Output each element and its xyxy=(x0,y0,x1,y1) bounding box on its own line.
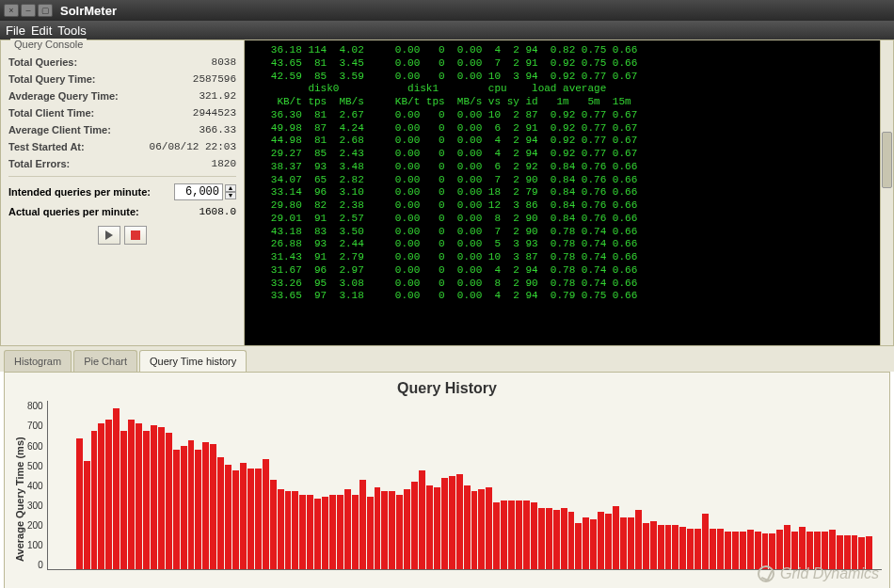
chart-bar xyxy=(441,478,448,569)
chart-bar xyxy=(419,470,425,569)
chart-bar xyxy=(98,423,104,569)
grid-dynamics-logo-icon xyxy=(758,565,774,582)
stat-row: Average Client Time:366.33 xyxy=(8,121,236,138)
footer-brand: Grid Dynamics xyxy=(758,565,879,582)
chart-bar xyxy=(471,491,478,570)
stop-button[interactable] xyxy=(124,226,147,245)
chart-bar xyxy=(151,425,157,569)
chart-bar xyxy=(158,427,165,569)
chart-bar xyxy=(590,519,597,570)
intended-qpm-input[interactable] xyxy=(174,183,223,200)
chart-bar xyxy=(814,532,821,569)
panel-legend: Query Console xyxy=(10,39,87,50)
chart-bar xyxy=(84,461,90,569)
spinner-up-icon[interactable]: ▲ xyxy=(225,184,236,192)
window-close-button[interactable]: × xyxy=(4,4,19,17)
y-tick: 400 xyxy=(27,481,43,491)
chart-bar xyxy=(247,469,254,569)
chart-bar xyxy=(225,465,231,569)
chart-plot xyxy=(47,401,882,570)
stat-value: 1820 xyxy=(212,158,236,169)
chart-bar xyxy=(516,501,522,570)
menu-file[interactable]: File xyxy=(6,24,25,38)
chart-bar xyxy=(232,470,239,569)
chart-bar xyxy=(404,489,410,570)
chart-bar xyxy=(493,502,500,570)
chart-bar xyxy=(263,459,269,569)
y-tick: 600 xyxy=(27,441,43,452)
tab-bar: Histogram Pie Chart Query Time history xyxy=(0,346,894,372)
chart-bar xyxy=(561,508,567,570)
chart-bar xyxy=(531,502,537,570)
scrollbar-thumb[interactable] xyxy=(882,132,892,188)
chart-bar xyxy=(329,495,336,570)
chart-bar xyxy=(501,501,507,570)
chart-bar xyxy=(702,514,709,570)
y-tick: 500 xyxy=(27,461,43,471)
chart-panel: Query History Average Query Time (ms) 80… xyxy=(4,372,890,588)
intended-qpm-label: Intended queries per minute: xyxy=(8,186,151,198)
chart-bar xyxy=(575,523,582,570)
chart-bar xyxy=(665,525,672,570)
intended-qpm-spinner[interactable]: ▲ ▼ xyxy=(174,183,236,200)
stat-value: 8038 xyxy=(212,56,236,68)
chart-bar xyxy=(620,517,627,570)
chart-bar xyxy=(747,530,754,569)
y-tick: 100 xyxy=(27,540,43,550)
menu-edit[interactable]: Edit xyxy=(31,24,52,38)
play-icon xyxy=(105,230,113,240)
chart-bar xyxy=(344,489,351,570)
chart-bar xyxy=(337,495,343,570)
chart-bar xyxy=(381,491,388,570)
chart-bar xyxy=(694,529,701,570)
menu-bar: File Edit Tools xyxy=(0,21,894,40)
chart-bar xyxy=(679,527,686,570)
spinner-down-icon[interactable]: ▼ xyxy=(225,192,236,199)
y-tick: 800 xyxy=(27,401,43,411)
chart-bar xyxy=(583,517,589,570)
stop-icon xyxy=(131,230,140,240)
chart-bar xyxy=(799,527,806,570)
chart-bar xyxy=(755,532,761,569)
chart-bar xyxy=(322,497,328,570)
chart-bar xyxy=(143,431,150,569)
chart-bar xyxy=(740,532,746,569)
play-button[interactable] xyxy=(98,226,120,245)
query-console-panel: Query Console Total Queries:8038Total Qu… xyxy=(0,40,245,346)
tab-query-time-history[interactable]: Query Time history xyxy=(139,350,247,372)
stat-label: Total Client Time: xyxy=(8,107,94,119)
actual-qpm-label: Actual queries per minute: xyxy=(8,206,139,217)
stat-label: Total Errors: xyxy=(8,158,70,169)
tab-histogram[interactable]: Histogram xyxy=(4,350,72,372)
stat-label: Total Query Time: xyxy=(8,73,96,85)
stat-label: Test Started At: xyxy=(8,141,85,152)
chart-bar xyxy=(643,523,649,570)
window-minimize-button[interactable]: – xyxy=(21,4,36,17)
tab-pie-chart[interactable]: Pie Chart xyxy=(73,350,137,372)
terminal-scrollbar[interactable] xyxy=(880,40,893,345)
stat-value: 321.92 xyxy=(199,90,236,102)
chart-bar xyxy=(605,514,612,570)
chart-bar xyxy=(166,433,172,569)
chart-bar xyxy=(635,510,642,570)
y-tick: 200 xyxy=(27,520,43,531)
chart-bar xyxy=(202,442,209,569)
stat-row: Avderage Query Time:321.92 xyxy=(8,87,236,104)
menu-tools[interactable]: Tools xyxy=(57,24,86,38)
chart-bar xyxy=(598,512,604,570)
chart-bar xyxy=(217,457,224,569)
chart-bar xyxy=(136,423,142,569)
chart-bar xyxy=(411,482,418,569)
window-maximize-button[interactable]: ▢ xyxy=(38,4,53,17)
stat-label: Average Client Time: xyxy=(8,124,111,135)
chart-bar xyxy=(128,420,135,569)
chart-bar xyxy=(791,532,798,569)
stat-row: Total Query Time:2587596 xyxy=(8,71,236,87)
chart-bar xyxy=(449,476,455,569)
chart-bar xyxy=(105,420,112,569)
chart-bar xyxy=(210,444,216,569)
chart-bar xyxy=(278,489,284,570)
y-tick: 700 xyxy=(27,421,43,431)
stat-row: Total Errors:1820 xyxy=(8,155,236,172)
chart-bar xyxy=(762,533,769,569)
